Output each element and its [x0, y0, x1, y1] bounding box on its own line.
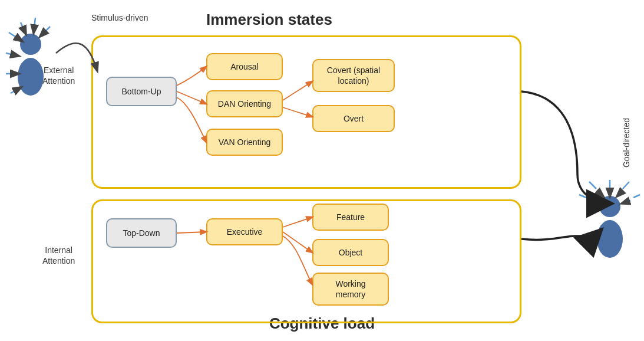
svg-point-9	[597, 220, 623, 258]
node-overt: Overt	[312, 105, 395, 132]
node-working-memory: Workingmemory	[312, 273, 389, 306]
node-van-orienting: VAN Orienting	[206, 129, 283, 156]
svg-line-4	[11, 87, 21, 93]
title-immersion: Immersion states	[206, 11, 332, 29]
svg-line-17	[623, 182, 629, 189]
node-bottom-up: Bottom-Up	[106, 77, 177, 106]
label-goal-directed: Goal-directed	[622, 118, 631, 168]
label-stimulus-driven: Stimulus-driven	[91, 13, 148, 22]
svg-line-11	[617, 192, 622, 196]
node-dan-orienting: DAN Orienting	[206, 90, 283, 117]
svg-line-18	[579, 195, 586, 198]
node-executive: Executive	[206, 218, 283, 245]
svg-line-13	[598, 192, 603, 196]
top-outer-box	[91, 35, 521, 189]
svg-line-2	[6, 53, 19, 56]
svg-line-12	[622, 201, 630, 204]
node-arousal: Arousal	[206, 53, 283, 80]
svg-point-8	[599, 196, 620, 217]
svg-line-14	[589, 201, 598, 204]
node-feature: Feature	[312, 204, 389, 231]
label-internal-attention: InternalAttention	[42, 245, 75, 266]
svg-line-1	[9, 32, 22, 41]
svg-point-0	[18, 58, 44, 96]
svg-line-19	[633, 195, 640, 198]
svg-line-5	[21, 22, 26, 34]
node-object: Object	[312, 239, 389, 266]
svg-line-15	[589, 182, 596, 189]
node-top-down: Top-Down	[106, 218, 177, 248]
svg-line-7	[40, 27, 50, 37]
diagram-container: Immersion states Cognitive load Stimulus…	[0, 0, 644, 341]
person-left-head	[20, 34, 41, 55]
label-external-attention: ExternalAttention	[42, 65, 75, 86]
svg-line-6	[34, 18, 35, 33]
node-covert: Covert (spatiallocation)	[312, 59, 395, 92]
